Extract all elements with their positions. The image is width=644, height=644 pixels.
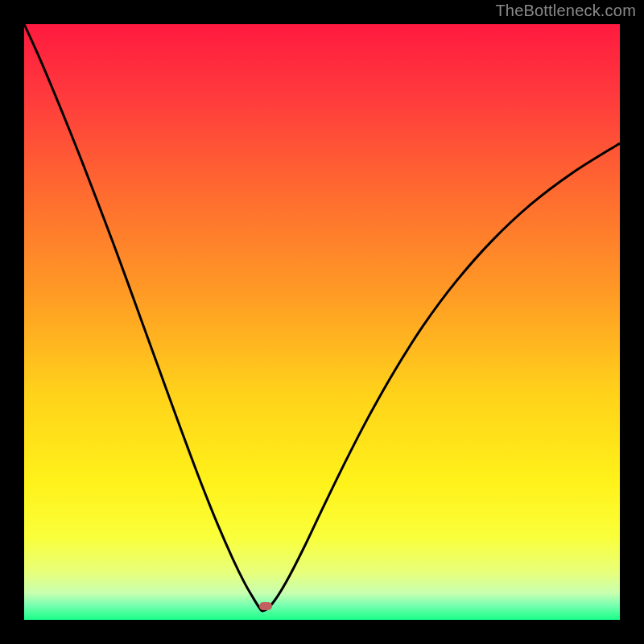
watermark-text: TheBottleneck.com: [495, 2, 636, 20]
current-point-marker: [259, 602, 272, 610]
chart-svg: [24, 24, 620, 620]
plot-area: [24, 24, 620, 620]
gradient-background: [24, 24, 620, 620]
chart-frame: TheBottleneck.com: [0, 0, 644, 644]
